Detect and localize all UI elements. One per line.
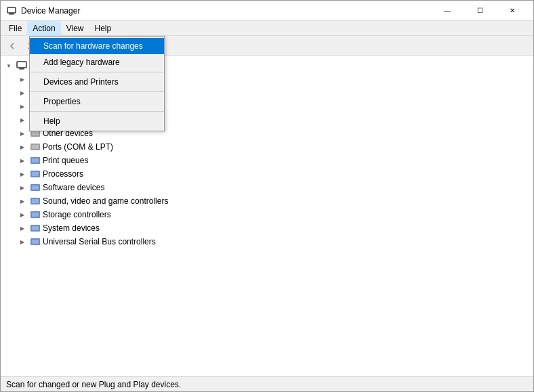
svg-rect-33 xyxy=(32,226,39,230)
expander-processors[interactable]: ▶ xyxy=(17,169,28,179)
status-bar: Scan for changed or new Plug and Play de… xyxy=(1,376,533,391)
tree-item-software[interactable]: ▶ Software devices xyxy=(1,181,533,194)
svg-rect-25 xyxy=(32,172,39,176)
icon-software xyxy=(30,182,41,193)
icon-print-queues xyxy=(30,155,41,166)
icon-storage xyxy=(30,209,41,220)
tree-item-sound[interactable]: ▶ Sound, video and game controllers xyxy=(1,194,533,208)
icon-usb xyxy=(30,236,41,247)
tree-item-storage[interactable]: ▶ Storage controllers xyxy=(1,208,533,221)
expander-mice[interactable]: ▶ xyxy=(17,87,28,98)
back-button[interactable] xyxy=(4,38,20,54)
minimize-button[interactable]: — xyxy=(432,1,463,21)
tree-item-processors[interactable]: ▶ Processors xyxy=(1,167,533,181)
menu-action[interactable]: Action xyxy=(27,21,60,36)
label-sound: Sound, video and game controllers xyxy=(43,196,168,206)
svg-rect-27 xyxy=(32,186,39,190)
expander-software[interactable]: ▶ xyxy=(17,182,28,193)
label-print-queues: Print queues xyxy=(43,156,88,165)
svg-rect-1 xyxy=(9,13,14,14)
expander-print-queues[interactable]: ▶ xyxy=(17,155,28,166)
action-dropdown: Scan for hardware changes Add legacy har… xyxy=(29,36,165,131)
tree-item-system[interactable]: ▶ System devices xyxy=(1,221,533,235)
tree-item-print-queues[interactable]: ▶ Print queues xyxy=(1,154,533,167)
expander-storage[interactable]: ▶ xyxy=(17,209,28,220)
expander-system[interactable]: ▶ xyxy=(17,223,28,234)
svg-rect-2 xyxy=(9,14,14,14)
computer-icon xyxy=(16,60,27,71)
root-expander[interactable]: ▼ xyxy=(3,60,14,71)
expander-usb[interactable]: ▶ xyxy=(17,236,28,247)
label-ports: Ports (COM & LPT) xyxy=(43,142,113,152)
status-text: Scan for changed or new Plug and Play de… xyxy=(6,380,181,389)
svg-rect-8 xyxy=(20,68,24,69)
dropdown-item-scan[interactable]: Scan for hardware changes xyxy=(30,38,164,54)
dropdown-separator-1 xyxy=(30,72,164,72)
dropdown-separator-3 xyxy=(30,111,164,112)
expander-keyboards[interactable]: ▶ xyxy=(17,74,28,85)
expander-network[interactable]: ▶ xyxy=(17,114,28,125)
icon-system xyxy=(30,223,41,234)
svg-rect-7 xyxy=(17,62,26,68)
expander-sound[interactable]: ▶ xyxy=(17,196,28,206)
svg-rect-19 xyxy=(32,131,39,135)
svg-rect-23 xyxy=(32,158,39,162)
menu-help[interactable]: Help xyxy=(89,21,117,36)
tree-item-ports[interactable]: ▶ Ports (COM & LPT) xyxy=(1,140,533,154)
window-title: Device Manager xyxy=(21,6,432,16)
menu-file[interactable]: File xyxy=(3,21,27,36)
label-system: System devices xyxy=(43,223,100,233)
dropdown-item-properties[interactable]: Properties xyxy=(30,93,164,110)
icon-ports xyxy=(30,141,41,152)
label-storage: Storage controllers xyxy=(43,210,111,219)
dropdown-item-add-legacy[interactable]: Add legacy hardware xyxy=(30,54,164,70)
label-software: Software devices xyxy=(43,183,104,192)
svg-rect-0 xyxy=(7,7,16,13)
label-usb: Universal Serial Bus controllers xyxy=(43,237,156,246)
close-button[interactable]: ✕ xyxy=(497,1,528,21)
menu-view[interactable]: View xyxy=(61,21,89,36)
tree-item-usb[interactable]: ▶ Universal Serial Bus controllers xyxy=(1,235,533,248)
dropdown-item-devices-printers[interactable]: Devices and Printers xyxy=(30,74,164,90)
dropdown-item-help[interactable]: Help xyxy=(30,113,164,129)
svg-rect-29 xyxy=(32,199,39,203)
device-manager-window: Device Manager — ☐ ✕ File Action View He… xyxy=(0,0,534,392)
svg-rect-31 xyxy=(32,213,39,217)
app-icon xyxy=(6,5,17,16)
window-controls: — ☐ ✕ xyxy=(432,1,528,21)
icon-sound xyxy=(30,196,41,206)
expander-other[interactable]: ▶ xyxy=(17,128,28,139)
svg-rect-35 xyxy=(32,240,39,244)
expander-monitors[interactable]: ▶ xyxy=(17,101,28,112)
svg-rect-21 xyxy=(32,145,39,149)
icon-processors xyxy=(30,169,41,179)
title-bar: Device Manager — ☐ ✕ xyxy=(1,1,533,21)
maximize-button[interactable]: ☐ xyxy=(464,1,495,21)
dropdown-separator-2 xyxy=(30,91,164,92)
label-processors: Processors xyxy=(43,169,83,179)
expander-ports[interactable]: ▶ xyxy=(17,141,28,152)
menu-bar: File Action View Help Scan for hardware … xyxy=(1,21,533,36)
svg-rect-9 xyxy=(19,69,24,70)
